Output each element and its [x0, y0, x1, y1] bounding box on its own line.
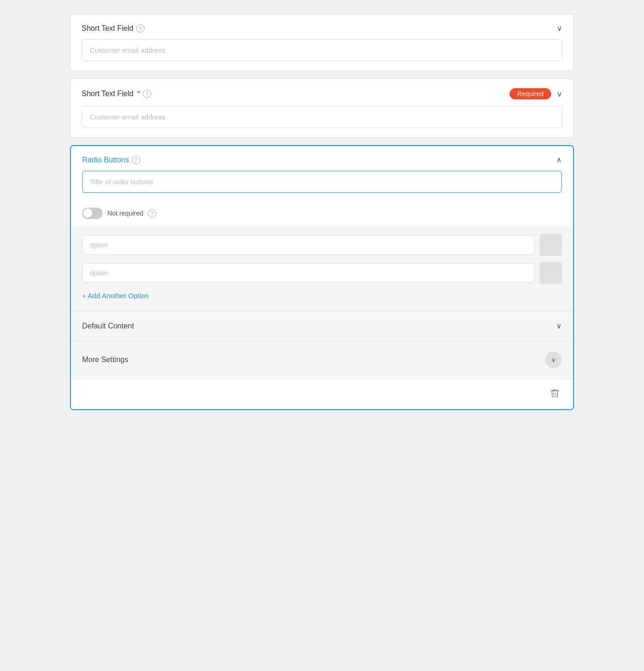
radio-title-input[interactable] — [82, 171, 562, 193]
more-settings-chevron-circle[interactable]: ∨ — [545, 351, 562, 368]
card-radio-buttons: Radio Buttons ? ∧ Not required ? — [70, 145, 574, 410]
card-2-required-star: * — [137, 90, 140, 98]
add-option-label: + Add Another Option — [82, 292, 149, 300]
card-short-text-2: Short Text Field * ? Required ∨ — [70, 78, 574, 138]
toggle-label: Not required — [107, 210, 143, 217]
card-1-help-icon[interactable]: ? — [136, 24, 145, 33]
main-container: Short Text Field ? ∨ Short Text Field * … — [70, 14, 574, 410]
option-row-1 — [82, 234, 562, 256]
card-radio-chevron[interactable]: ∧ — [556, 155, 562, 164]
card-2-text-input[interactable] — [82, 106, 562, 128]
add-option-button[interactable]: + Add Another Option — [82, 290, 149, 301]
toggle-help-icon[interactable]: ? — [148, 209, 156, 217]
trash-icon — [550, 388, 560, 400]
default-content-chevron[interactable]: ∨ — [556, 322, 562, 330]
required-toggle[interactable] — [82, 208, 103, 219]
option-input-2[interactable] — [82, 263, 535, 283]
card-radio-title-text: Radio Buttons — [82, 156, 129, 164]
card-1-text-input[interactable] — [82, 39, 562, 61]
card-radio-top: Radio Buttons ? ∧ Not required ? — [71, 146, 573, 219]
option-2-delete-btn[interactable] — [539, 262, 562, 284]
toggle-knob — [83, 209, 92, 218]
card-short-text-1: Short Text Field ? ∨ — [70, 14, 574, 71]
more-settings-row[interactable]: More Settings ∨ — [71, 341, 573, 378]
card-1-title-text: Short Text Field — [82, 24, 133, 33]
required-badge: Required — [510, 88, 551, 99]
delete-row — [71, 378, 573, 409]
delete-button[interactable] — [548, 386, 562, 402]
card-2-help-icon[interactable]: ? — [143, 90, 151, 98]
more-settings-label: More Settings — [82, 356, 128, 364]
default-content-label: Default Content — [82, 322, 134, 330]
toggle-row: Not required ? — [82, 208, 562, 219]
card-header-1: Short Text Field ? ∨ — [82, 24, 562, 33]
card-2-chevron[interactable]: ∨ — [557, 90, 562, 98]
card-title-2: Short Text Field * ? — [82, 90, 151, 98]
option-input-1[interactable] — [82, 235, 535, 255]
option-row-2 — [82, 262, 562, 284]
card-radio-help-icon[interactable]: ? — [132, 156, 140, 164]
card-title-1: Short Text Field ? — [82, 24, 145, 33]
more-settings-chevron: ∨ — [551, 356, 556, 363]
options-section: + Add Another Option — [71, 226, 573, 311]
card-radio-title: Radio Buttons ? — [82, 156, 140, 164]
default-content-row[interactable]: Default Content ∨ — [71, 311, 573, 341]
option-1-delete-btn[interactable] — [539, 234, 562, 256]
card-2-title-text: Short Text Field — [82, 90, 133, 98]
card-1-chevron[interactable]: ∨ — [557, 24, 562, 33]
card-radio-header: Radio Buttons ? ∧ — [82, 155, 562, 164]
card-header-2: Short Text Field * ? Required ∨ — [82, 88, 562, 99]
